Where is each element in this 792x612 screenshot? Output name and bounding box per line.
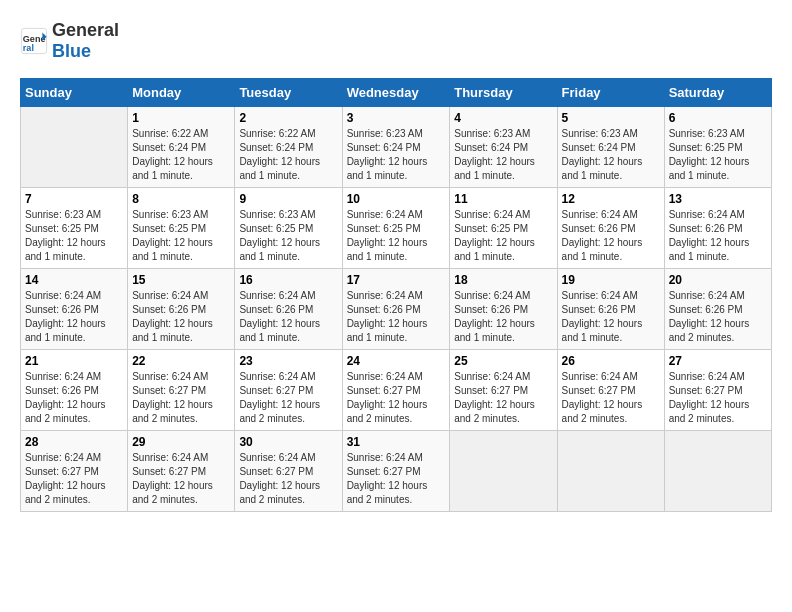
day-number: 23 [239,354,337,368]
day-info: Sunrise: 6:22 AM Sunset: 6:24 PM Dayligh… [132,127,230,183]
logo-icon: Gene ral [20,27,48,55]
calendar-cell: 4Sunrise: 6:23 AM Sunset: 6:24 PM Daylig… [450,107,557,188]
day-info: Sunrise: 6:23 AM Sunset: 6:25 PM Dayligh… [132,208,230,264]
weekday-header-sunday: Sunday [21,79,128,107]
calendar-cell: 2Sunrise: 6:22 AM Sunset: 6:24 PM Daylig… [235,107,342,188]
day-info: Sunrise: 6:24 AM Sunset: 6:27 PM Dayligh… [347,370,446,426]
calendar-cell: 3Sunrise: 6:23 AM Sunset: 6:24 PM Daylig… [342,107,450,188]
day-number: 7 [25,192,123,206]
calendar-cell: 31Sunrise: 6:24 AM Sunset: 6:27 PM Dayli… [342,431,450,512]
calendar-cell: 25Sunrise: 6:24 AM Sunset: 6:27 PM Dayli… [450,350,557,431]
day-number: 25 [454,354,552,368]
calendar-cell: 18Sunrise: 6:24 AM Sunset: 6:26 PM Dayli… [450,269,557,350]
day-number: 14 [25,273,123,287]
calendar-cell: 5Sunrise: 6:23 AM Sunset: 6:24 PM Daylig… [557,107,664,188]
day-number: 4 [454,111,552,125]
calendar-week-row: 14Sunrise: 6:24 AM Sunset: 6:26 PM Dayli… [21,269,772,350]
day-info: Sunrise: 6:24 AM Sunset: 6:27 PM Dayligh… [454,370,552,426]
calendar-table: SundayMondayTuesdayWednesdayThursdayFrid… [20,78,772,512]
calendar-week-row: 7Sunrise: 6:23 AM Sunset: 6:25 PM Daylig… [21,188,772,269]
day-number: 24 [347,354,446,368]
day-info: Sunrise: 6:24 AM Sunset: 6:27 PM Dayligh… [562,370,660,426]
day-info: Sunrise: 6:24 AM Sunset: 6:27 PM Dayligh… [669,370,767,426]
calendar-cell: 1Sunrise: 6:22 AM Sunset: 6:24 PM Daylig… [128,107,235,188]
day-info: Sunrise: 6:24 AM Sunset: 6:27 PM Dayligh… [239,451,337,507]
day-number: 10 [347,192,446,206]
day-number: 8 [132,192,230,206]
logo-text-blue: Blue [52,41,91,61]
day-number: 1 [132,111,230,125]
day-number: 27 [669,354,767,368]
day-info: Sunrise: 6:23 AM Sunset: 6:25 PM Dayligh… [239,208,337,264]
day-number: 6 [669,111,767,125]
calendar-cell: 29Sunrise: 6:24 AM Sunset: 6:27 PM Dayli… [128,431,235,512]
day-number: 9 [239,192,337,206]
calendar-cell: 30Sunrise: 6:24 AM Sunset: 6:27 PM Dayli… [235,431,342,512]
svg-text:ral: ral [23,43,34,53]
day-info: Sunrise: 6:24 AM Sunset: 6:25 PM Dayligh… [454,208,552,264]
day-number: 26 [562,354,660,368]
weekday-header-thursday: Thursday [450,79,557,107]
calendar-cell [557,431,664,512]
calendar-cell: 6Sunrise: 6:23 AM Sunset: 6:25 PM Daylig… [664,107,771,188]
calendar-cell [21,107,128,188]
day-number: 30 [239,435,337,449]
logo-text-general: Gene [52,20,97,40]
day-info: Sunrise: 6:24 AM Sunset: 6:26 PM Dayligh… [669,208,767,264]
calendar-week-row: 1Sunrise: 6:22 AM Sunset: 6:24 PM Daylig… [21,107,772,188]
day-number: 3 [347,111,446,125]
day-number: 29 [132,435,230,449]
calendar-week-row: 28Sunrise: 6:24 AM Sunset: 6:27 PM Dayli… [21,431,772,512]
day-info: Sunrise: 6:23 AM Sunset: 6:24 PM Dayligh… [562,127,660,183]
weekday-header-wednesday: Wednesday [342,79,450,107]
day-info: Sunrise: 6:24 AM Sunset: 6:26 PM Dayligh… [25,370,123,426]
calendar-cell: 7Sunrise: 6:23 AM Sunset: 6:25 PM Daylig… [21,188,128,269]
calendar-cell: 17Sunrise: 6:24 AM Sunset: 6:26 PM Dayli… [342,269,450,350]
day-info: Sunrise: 6:23 AM Sunset: 6:25 PM Dayligh… [669,127,767,183]
page-header: Gene ral General Blue [20,20,772,62]
day-info: Sunrise: 6:23 AM Sunset: 6:24 PM Dayligh… [454,127,552,183]
day-info: Sunrise: 6:24 AM Sunset: 6:27 PM Dayligh… [132,451,230,507]
day-info: Sunrise: 6:24 AM Sunset: 6:26 PM Dayligh… [239,289,337,345]
logo: Gene ral General Blue [20,20,119,62]
day-number: 15 [132,273,230,287]
weekday-header-monday: Monday [128,79,235,107]
day-info: Sunrise: 6:24 AM Sunset: 6:26 PM Dayligh… [669,289,767,345]
calendar-cell: 21Sunrise: 6:24 AM Sunset: 6:26 PM Dayli… [21,350,128,431]
day-number: 19 [562,273,660,287]
calendar-cell: 14Sunrise: 6:24 AM Sunset: 6:26 PM Dayli… [21,269,128,350]
calendar-week-row: 21Sunrise: 6:24 AM Sunset: 6:26 PM Dayli… [21,350,772,431]
calendar-cell: 26Sunrise: 6:24 AM Sunset: 6:27 PM Dayli… [557,350,664,431]
day-info: Sunrise: 6:24 AM Sunset: 6:26 PM Dayligh… [347,289,446,345]
day-number: 2 [239,111,337,125]
day-number: 11 [454,192,552,206]
calendar-cell [450,431,557,512]
day-info: Sunrise: 6:24 AM Sunset: 6:27 PM Dayligh… [132,370,230,426]
day-number: 18 [454,273,552,287]
calendar-cell: 10Sunrise: 6:24 AM Sunset: 6:25 PM Dayli… [342,188,450,269]
day-number: 22 [132,354,230,368]
day-number: 12 [562,192,660,206]
day-info: Sunrise: 6:23 AM Sunset: 6:24 PM Dayligh… [347,127,446,183]
weekday-header-tuesday: Tuesday [235,79,342,107]
day-info: Sunrise: 6:24 AM Sunset: 6:26 PM Dayligh… [562,208,660,264]
calendar-cell: 13Sunrise: 6:24 AM Sunset: 6:26 PM Dayli… [664,188,771,269]
day-number: 17 [347,273,446,287]
day-number: 5 [562,111,660,125]
day-info: Sunrise: 6:24 AM Sunset: 6:26 PM Dayligh… [454,289,552,345]
calendar-cell: 23Sunrise: 6:24 AM Sunset: 6:27 PM Dayli… [235,350,342,431]
calendar-cell: 24Sunrise: 6:24 AM Sunset: 6:27 PM Dayli… [342,350,450,431]
calendar-cell: 11Sunrise: 6:24 AM Sunset: 6:25 PM Dayli… [450,188,557,269]
day-number: 21 [25,354,123,368]
calendar-cell: 22Sunrise: 6:24 AM Sunset: 6:27 PM Dayli… [128,350,235,431]
day-info: Sunrise: 6:24 AM Sunset: 6:27 PM Dayligh… [25,451,123,507]
day-info: Sunrise: 6:24 AM Sunset: 6:26 PM Dayligh… [132,289,230,345]
calendar-cell: 27Sunrise: 6:24 AM Sunset: 6:27 PM Dayli… [664,350,771,431]
weekday-header-saturday: Saturday [664,79,771,107]
calendar-cell: 15Sunrise: 6:24 AM Sunset: 6:26 PM Dayli… [128,269,235,350]
calendar-cell: 12Sunrise: 6:24 AM Sunset: 6:26 PM Dayli… [557,188,664,269]
calendar-cell: 9Sunrise: 6:23 AM Sunset: 6:25 PM Daylig… [235,188,342,269]
calendar-cell [664,431,771,512]
day-info: Sunrise: 6:23 AM Sunset: 6:25 PM Dayligh… [25,208,123,264]
day-info: Sunrise: 6:24 AM Sunset: 6:26 PM Dayligh… [562,289,660,345]
